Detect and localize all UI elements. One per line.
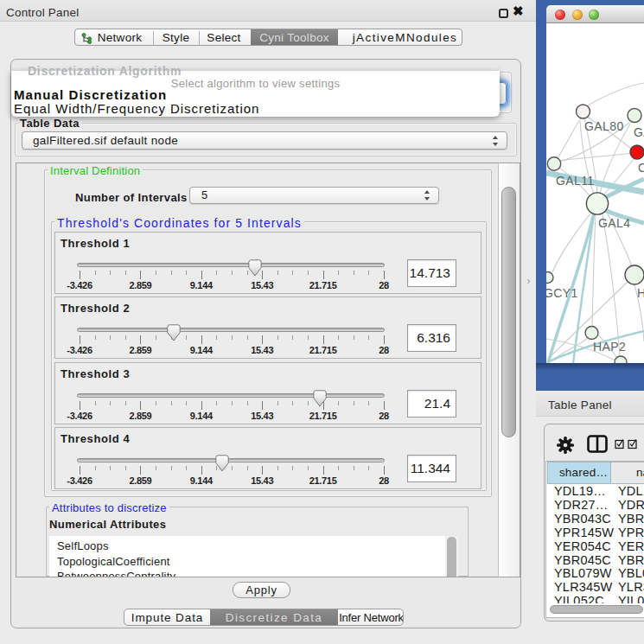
svg-text:C: C [638, 161, 644, 175]
svg-text:GAL11: GAL11 [556, 174, 595, 188]
svg-text:GAL4: GAL4 [598, 216, 630, 230]
svg-text:GCY1: GCY1 [546, 286, 578, 300]
svg-text:HAP2: HAP2 [593, 340, 626, 354]
svg-text:GAL80: GAL80 [584, 119, 624, 133]
svg-text:GA: GA [634, 125, 644, 139]
svg-text:H: H [637, 286, 644, 300]
